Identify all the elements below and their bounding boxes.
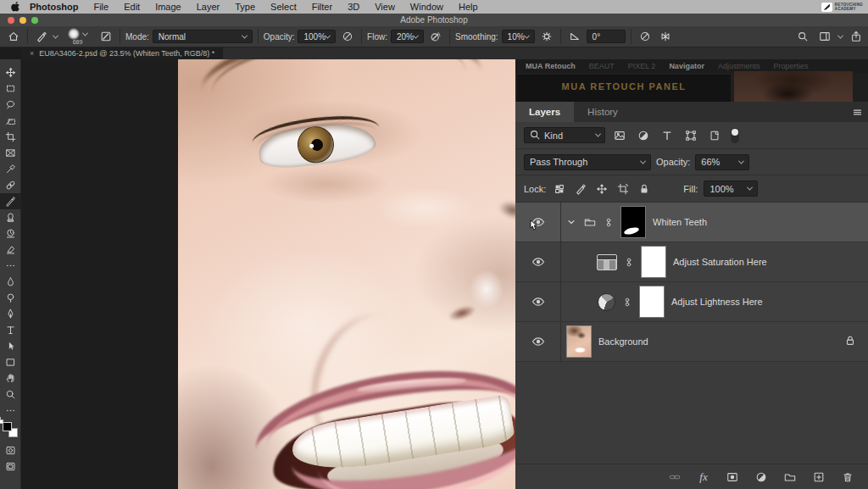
object-selection-tool-icon[interactable] (0, 113, 21, 129)
blur-tool-icon[interactable] (0, 274, 21, 290)
apple-icon[interactable] (8, 2, 22, 12)
minimize-window-button[interactable] (19, 17, 26, 24)
layer-visibility-eye-icon[interactable] (515, 322, 561, 362)
layer-filtering-toggle[interactable] (731, 128, 739, 143)
airbrush-icon[interactable] (427, 28, 444, 45)
pressure-opacity-icon[interactable] (339, 28, 356, 45)
filter-shape-layers-icon[interactable] (682, 127, 700, 144)
screen-mode-icon[interactable] (0, 458, 21, 475)
quick-mask-mode-icon[interactable] (0, 442, 21, 458)
eraser-tool-icon[interactable] (0, 242, 21, 258)
lightness-adjustment-icon[interactable] (598, 293, 615, 311)
home-icon[interactable] (5, 28, 22, 45)
layers-panel-tab-layers[interactable]: Layers (515, 102, 574, 122)
filter-type-layers-icon[interactable] (658, 127, 676, 144)
hand-tool-icon[interactable] (0, 370, 21, 386)
menu-item-select[interactable]: Select (263, 2, 304, 12)
layer-name[interactable]: Adjust Saturation Here (673, 257, 767, 267)
smoothing-options-gear-icon[interactable] (538, 28, 555, 45)
lock-all-icon[interactable] (637, 181, 652, 197)
blend-mode-select[interactable]: Normal (153, 30, 253, 43)
menu-item-file[interactable]: File (86, 2, 116, 12)
panel-tab-adjustments[interactable]: Adjustments (718, 62, 760, 70)
hue-saturation-adjustment-icon[interactable] (597, 254, 617, 270)
layer-visibility-eye-icon[interactable] (515, 242, 561, 282)
delete-layer-icon[interactable] (839, 469, 856, 486)
close-window-button[interactable] (8, 17, 14, 24)
layer-mask-thumbnail[interactable] (639, 286, 665, 318)
menu-item-help[interactable]: Help (451, 2, 486, 12)
document-tab[interactable]: × EU8A3406-2.psd @ 23.5% (Whiten Teeth, … (21, 47, 223, 59)
layer-opacity-select[interactable]: 66% (695, 154, 749, 170)
workspace-chevron-icon[interactable] (837, 32, 843, 38)
opacity-select[interactable]: 100% (298, 30, 336, 43)
filter-kind-select[interactable]: Kind (524, 127, 605, 143)
menu-item-window[interactable]: Window (403, 2, 451, 12)
layer-visibility-eye-icon[interactable] (515, 282, 561, 322)
new-layer-icon[interactable] (810, 469, 827, 486)
menu-item-edit[interactable]: Edit (116, 2, 147, 12)
dodge-tool-icon[interactable] (0, 290, 21, 306)
layer-blend-mode-select[interactable]: Pass Through (524, 154, 651, 170)
path-selection-tool-icon[interactable] (0, 338, 21, 354)
layer-row-adjust-lightness-here[interactable]: Adjust Lightness Here (515, 282, 868, 322)
marquee-tool-icon[interactable] (0, 81, 21, 97)
filter-pixel-layers-icon[interactable] (610, 127, 629, 144)
layer-name[interactable]: Background (598, 336, 648, 347)
menu-item-type[interactable]: Type (227, 2, 263, 12)
panel-tab-pixel-2[interactable]: PIXEL 2 (628, 62, 656, 70)
brush-preset-preview[interactable] (68, 28, 80, 40)
menu-item-photoshop[interactable]: Photoshop (22, 2, 86, 12)
layer-name[interactable]: Whiten Teeth (653, 217, 707, 227)
foreground-color-swatch[interactable] (3, 422, 12, 431)
search-icon[interactable] (794, 28, 811, 45)
pressure-size-icon[interactable] (637, 28, 654, 45)
smoothing-select[interactable]: 10% (502, 30, 535, 43)
zoom-window-button[interactable] (31, 17, 38, 24)
paint-symmetry-icon[interactable] (657, 28, 674, 45)
menu-item-image[interactable]: Image (147, 2, 189, 12)
new-group-icon[interactable] (782, 469, 798, 486)
panel-tab-mua-retouch[interactable]: MUA Retouch (526, 62, 576, 70)
link-layers-icon[interactable] (666, 469, 683, 486)
lock-transparent-pixels-icon[interactable] (552, 181, 567, 197)
panel-tab-navigator[interactable]: Navigator (669, 62, 704, 70)
brush-tool-icon[interactable] (33, 28, 50, 45)
move-tool-icon[interactable] (0, 64, 21, 81)
menu-item-layer[interactable]: Layer (189, 2, 228, 12)
brush-preset-chevron-icon[interactable] (82, 30, 88, 36)
lock-artboard-icon[interactable] (615, 181, 631, 197)
layer-fill-select[interactable]: 100% (704, 181, 758, 197)
add-layer-mask-icon[interactable] (724, 469, 741, 486)
panel-tab-properties[interactable]: Properties (773, 62, 808, 70)
lock-position-icon[interactable] (594, 181, 609, 197)
pen-tool-icon[interactable] (0, 306, 21, 322)
eyedropper-tool-icon[interactable] (0, 161, 21, 177)
clone-stamp-tool-icon[interactable] (0, 209, 21, 225)
layer-row-adjust-saturation-here[interactable]: Adjust Saturation Here (515, 242, 868, 282)
zoom-tool-icon[interactable] (0, 386, 21, 403)
healing-brush-tool-icon[interactable] (0, 177, 21, 193)
mask-link-icon[interactable] (622, 296, 632, 308)
layer-name[interactable]: Adjust Lightness Here (671, 297, 763, 307)
document-image[interactable] (178, 59, 515, 489)
close-document-icon[interactable]: × (30, 49, 34, 58)
layer-visibility-eye-icon[interactable] (515, 203, 561, 242)
menu-item-3d[interactable]: 3D (340, 2, 367, 12)
layer-style-fx-icon[interactable]: fx (695, 469, 712, 486)
lock-image-pixels-icon[interactable] (573, 181, 588, 197)
new-adjustment-layer-icon[interactable] (753, 469, 770, 486)
crop-tool-icon[interactable] (0, 129, 21, 145)
flow-select[interactable]: 20% (391, 30, 424, 43)
layers-panel-tab-history[interactable]: History (574, 102, 632, 122)
lasso-tool-icon[interactable] (0, 97, 21, 113)
mask-link-icon[interactable] (604, 216, 614, 229)
panel-tab-beaut[interactable]: BEAUT (589, 62, 615, 70)
canvas-area[interactable] (21, 59, 515, 489)
history-brush-tool-icon[interactable] (0, 225, 21, 242)
filter-smart-objects-icon[interactable] (705, 127, 724, 144)
layer-row-whiten-teeth[interactable]: Whiten Teeth (515, 203, 868, 242)
filter-adjustment-layers-icon[interactable] (634, 127, 653, 144)
group-mask-thumbnail[interactable] (620, 206, 646, 238)
color-swatches[interactable] (3, 422, 18, 437)
